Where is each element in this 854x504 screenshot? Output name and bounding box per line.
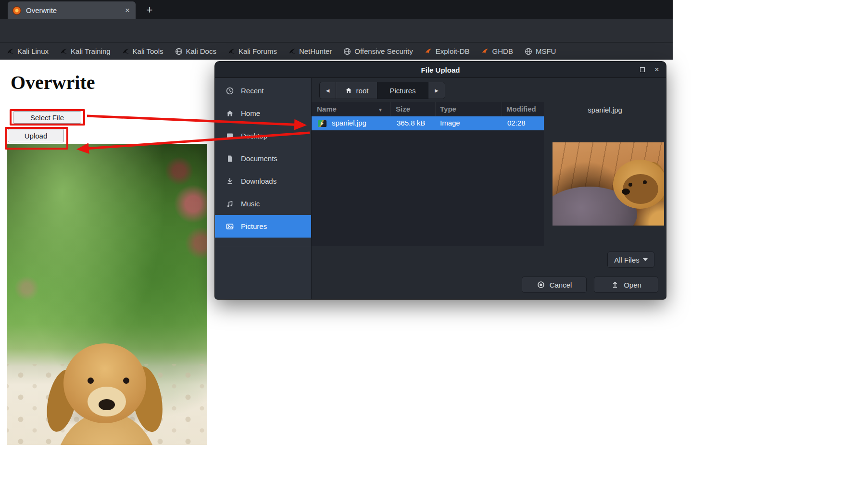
bookmark-label: Kali Training	[71, 47, 111, 55]
path-forward-button[interactable]: ▸	[428, 82, 445, 99]
preview-image	[553, 142, 664, 226]
bookmark-item[interactable]: Kali Docs	[175, 47, 216, 55]
sidebar-item[interactable]: Documents	[215, 147, 311, 170]
bookmark-label: NetHunter	[299, 47, 332, 55]
filter-label: All Files	[614, 256, 640, 264]
exploit-db-icon	[425, 48, 432, 55]
screenshot-canvas: Overwrite × +	[0, 0, 854, 504]
sidebar-item-label: Music	[241, 200, 260, 208]
breadcrumb-current[interactable]: Pictures	[377, 82, 428, 99]
bookmark-label: Kali Tools	[133, 47, 163, 55]
cancel-icon	[537, 280, 545, 289]
bookmark-item[interactable]: Kali Training	[60, 47, 111, 55]
sidebar-item[interactable]: Pictures	[215, 215, 311, 238]
new-tab-button[interactable]: +	[142, 3, 157, 17]
sidebar-item[interactable]: Home	[215, 102, 311, 125]
sidebar-item[interactable]: Downloads	[215, 170, 311, 192]
kali-dragon-icon	[7, 48, 14, 55]
desktop-icon	[226, 132, 234, 140]
dropdown-arrow-icon	[643, 258, 648, 261]
breadcrumb: ◂ root Pictures ▸	[319, 82, 445, 99]
sidebar-item-label: Downloads	[241, 177, 276, 185]
bookmark-item[interactable]: Exploit-DB	[425, 47, 470, 55]
open-upload-icon	[611, 280, 619, 289]
bookmark-label: Exploit-DB	[436, 47, 470, 55]
sidebar-item-label: Pictures	[241, 222, 267, 230]
bookmarks-bar: Kali Linux Kali Training	[0, 42, 673, 60]
preview-filename: spaniel.jpg	[544, 102, 666, 114]
pictures-icon	[226, 222, 234, 231]
documents-icon	[226, 154, 234, 163]
tab-bar: Overwrite × +	[0, 0, 673, 19]
footer-divider	[215, 246, 666, 246]
home-folder-icon	[226, 109, 234, 118]
breadcrumb-root[interactable]: root	[336, 82, 377, 99]
bookmark-label: Kali Docs	[186, 47, 216, 55]
file-size: 365.8 kB	[397, 119, 425, 127]
sidebar-item[interactable]: Recent	[215, 79, 311, 102]
column-modified[interactable]: Modified	[506, 105, 536, 113]
column-type[interactable]: Type	[440, 105, 456, 113]
sidebar-item-label: Desktop	[241, 132, 267, 140]
close-icon[interactable]: ×	[654, 65, 659, 75]
column-size[interactable]: Size	[396, 105, 410, 113]
kali-dragon-icon	[289, 48, 296, 55]
puppy-photo	[7, 144, 207, 445]
file-filter-dropdown[interactable]: All Files	[607, 252, 654, 268]
file-list-header: Name ▼ Size Type Modified	[312, 102, 544, 116]
dialog-sidebar: Recent Home	[215, 78, 312, 299]
bookmark-item[interactable]: MSFU	[525, 47, 556, 55]
file-upload-dialog: File Upload ×	[215, 62, 666, 299]
cancel-button[interactable]: Cancel	[522, 277, 587, 293]
tab-title: Overwrite	[26, 6, 124, 14]
exploit-db-icon	[481, 48, 489, 55]
file-row[interactable]: spaniel.jpg 365.8 kB Image 02:28	[312, 116, 544, 130]
page-title: Overwrite	[11, 71, 95, 94]
path-back-button[interactable]: ◂	[320, 82, 336, 99]
tab-favicon-icon	[13, 6, 21, 15]
music-icon	[226, 200, 234, 208]
sidebar-item[interactable]: Desktop	[215, 125, 311, 147]
dialog-titlebar[interactable]: File Upload ×	[215, 62, 666, 78]
bookmark-item[interactable]: NetHunter	[289, 47, 332, 55]
annotation-box-select-file	[10, 109, 85, 126]
bookmark-item[interactable]: Kali Forums	[228, 47, 277, 55]
bookmark-label: Offensive Security	[354, 47, 413, 55]
sidebar-item-label: Home	[241, 109, 260, 117]
tab-close-icon[interactable]: ×	[124, 6, 131, 14]
bookmark-label: GHDB	[492, 47, 513, 55]
downloads-icon	[226, 177, 234, 186]
bookmark-item[interactable]: GHDB	[481, 47, 513, 55]
root-home-icon	[345, 87, 352, 94]
bookmark-item[interactable]: Offensive Security	[343, 47, 413, 55]
bookmark-item[interactable]: Kali Linux	[7, 47, 49, 55]
kali-dragon-icon	[228, 48, 235, 55]
browser-tab[interactable]: Overwrite ×	[8, 1, 136, 19]
column-name[interactable]: Name	[317, 105, 337, 113]
file-modified: 02:28	[507, 119, 526, 127]
annotation-box-upload	[5, 127, 68, 150]
bookmark-label: Kali Forums	[239, 47, 277, 55]
open-button[interactable]: Open	[594, 277, 658, 293]
cancel-label: Cancel	[550, 281, 572, 289]
kali-dragon-icon	[60, 48, 67, 55]
sidebar-item-label: Documents	[241, 154, 277, 163]
sidebar-item-label: Recent	[241, 87, 264, 95]
open-label: Open	[624, 281, 641, 289]
globe-icon	[175, 48, 183, 55]
sort-descending-icon[interactable]: ▼	[378, 107, 383, 113]
bookmark-item[interactable]: Kali Tools	[122, 47, 163, 55]
globe-icon	[525, 48, 532, 55]
recent-clock-icon	[226, 87, 234, 95]
maximize-icon[interactable]	[640, 67, 645, 72]
bookmark-label: Kali Linux	[17, 47, 49, 55]
file-thumbnail-icon	[318, 120, 327, 127]
bookmark-label: MSFU	[536, 47, 556, 55]
breadcrumb-root-label: root	[356, 87, 369, 95]
file-list: Name ▼ Size Type Modified spaniel.jpg 36…	[312, 102, 544, 246]
file-name: spaniel.jpg	[332, 119, 366, 127]
file-type: Image	[440, 119, 460, 127]
globe-icon	[343, 48, 351, 55]
sidebar-item[interactable]: Music	[215, 192, 311, 215]
navigation-toolbar: demo.uploadvulns.thm	[0, 19, 673, 42]
